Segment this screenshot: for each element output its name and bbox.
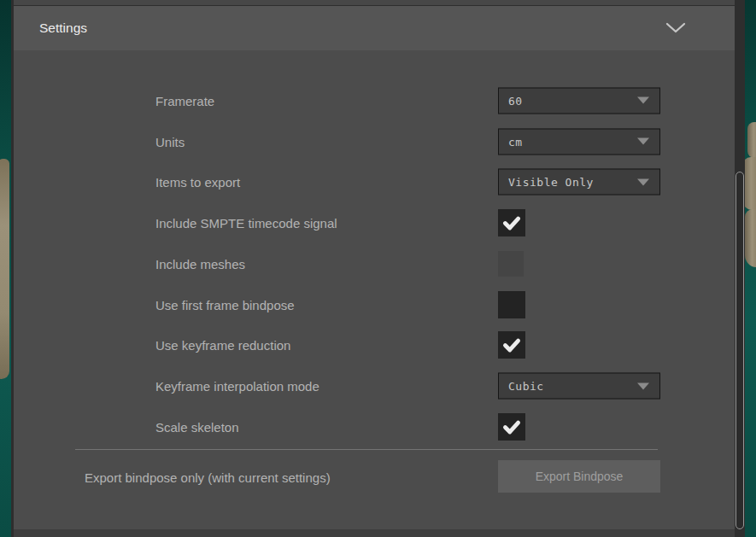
keyframe-interpolation-dropdown[interactable]: Cubic	[498, 373, 660, 400]
framerate-dropdown[interactable]: 60	[498, 87, 660, 114]
settings-row-smpte-timecode: Include SMPTE timecode signal	[14, 202, 735, 243]
viewport-character-hand	[747, 122, 756, 158]
settings-row-framerate: Framerate 60	[14, 80, 735, 121]
checkbox-scale-skeleton[interactable]	[498, 413, 525, 441]
settings-row-items-to-export: Items to export Visible Only	[14, 162, 735, 203]
checkbox-include-meshes	[498, 251, 524, 277]
chevron-down-icon[interactable]	[665, 22, 686, 34]
checkmark-icon	[501, 334, 523, 356]
checkbox-use-keyframe-reduction[interactable]	[498, 331, 525, 359]
settings-row-units: Units cm	[14, 121, 735, 162]
units-dropdown[interactable]: cm	[498, 128, 660, 155]
checkbox-include-smpte-timecode[interactable]	[498, 209, 525, 236]
framerate-dropdown-value: 60	[499, 94, 523, 107]
export-bindpose-button[interactable]: Export Bindpose	[498, 460, 660, 493]
include-meshes-label: Include meshes	[155, 256, 245, 271]
units-dropdown-value: cm	[499, 135, 523, 148]
settings-section-title: Settings	[39, 20, 87, 36]
dropdown-arrow-icon	[637, 97, 649, 104]
units-label: Units	[155, 134, 185, 149]
app-screen: Settings Framerate 60 Units cm	[0, 0, 756, 537]
viewport-character-arm	[0, 159, 9, 379]
keyframe-interpolation-dropdown-value: Cubic	[499, 380, 544, 393]
settings-row-first-frame-bindpose: Use first frame bindpose	[14, 284, 735, 325]
keyframe-reduction-label: Use keyframe reduction	[155, 338, 290, 353]
viewport-character-hand	[745, 209, 756, 267]
first-frame-bindpose-label: Use first frame bindpose	[155, 297, 295, 312]
items-to-export-dropdown-value: Visible Only	[499, 176, 594, 189]
settings-rows: Framerate 60 Units cm Items to export	[14, 80, 735, 447]
dropdown-arrow-icon	[637, 138, 649, 145]
scale-skeleton-label: Scale skeleton	[155, 419, 239, 434]
settings-row-scale-skeleton: Scale skeleton	[14, 406, 735, 447]
window-top-strip	[14, 0, 735, 5]
checkmark-icon	[501, 416, 523, 438]
dropdown-arrow-icon	[637, 382, 649, 389]
vertical-scrollbar-thumb[interactable]	[735, 172, 744, 529]
settings-row-keyframe-interpolation: Keyframe interpolation mode Cubic	[14, 365, 735, 406]
checkmark-icon	[501, 212, 523, 234]
export-bindpose-label: Export bindpose only (with current setti…	[85, 470, 331, 485]
smpte-timecode-label: Include SMPTE timecode signal	[155, 216, 337, 231]
window-bottom-strip	[14, 529, 735, 537]
settings-row-keyframe-reduction: Use keyframe reduction	[14, 325, 735, 366]
items-to-export-label: Items to export	[155, 175, 240, 190]
items-to-export-dropdown[interactable]: Visible Only	[498, 169, 660, 196]
dropdown-arrow-icon	[637, 178, 649, 185]
settings-row-include-meshes: Include meshes	[14, 243, 735, 284]
checkbox-use-first-frame-bindpose[interactable]	[498, 291, 525, 318]
framerate-label: Framerate	[155, 93, 214, 108]
footer-divider	[75, 449, 658, 450]
keyframe-interpolation-label: Keyframe interpolation mode	[155, 379, 319, 394]
settings-header: Settings	[14, 6, 735, 50]
